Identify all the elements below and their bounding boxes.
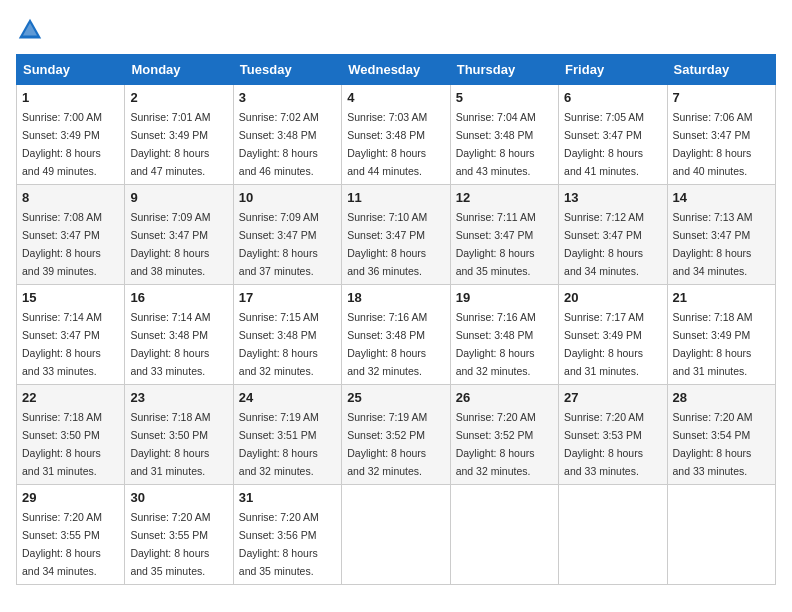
day-info: Sunrise: 7:10 AMSunset: 3:47 PMDaylight:… [347,211,427,277]
day-info: Sunrise: 7:00 AMSunset: 3:49 PMDaylight:… [22,111,102,177]
calendar-cell: 14 Sunrise: 7:13 AMSunset: 3:47 PMDaylig… [667,185,775,285]
day-info: Sunrise: 7:03 AMSunset: 3:48 PMDaylight:… [347,111,427,177]
day-info: Sunrise: 7:20 AMSunset: 3:56 PMDaylight:… [239,511,319,577]
calendar-cell: 15 Sunrise: 7:14 AMSunset: 3:47 PMDaylig… [17,285,125,385]
day-info: Sunrise: 7:06 AMSunset: 3:47 PMDaylight:… [673,111,753,177]
calendar-cell: 12 Sunrise: 7:11 AMSunset: 3:47 PMDaylig… [450,185,558,285]
calendar-cell: 6 Sunrise: 7:05 AMSunset: 3:47 PMDayligh… [559,85,667,185]
day-info: Sunrise: 7:18 AMSunset: 3:49 PMDaylight:… [673,311,753,377]
day-info: Sunrise: 7:13 AMSunset: 3:47 PMDaylight:… [673,211,753,277]
day-info: Sunrise: 7:14 AMSunset: 3:48 PMDaylight:… [130,311,210,377]
day-number: 1 [22,90,119,105]
calendar-cell: 10 Sunrise: 7:09 AMSunset: 3:47 PMDaylig… [233,185,341,285]
day-number: 20 [564,290,661,305]
calendar-cell: 30 Sunrise: 7:20 AMSunset: 3:55 PMDaylig… [125,485,233,585]
calendar-header: SundayMondayTuesdayWednesdayThursdayFrid… [17,55,776,85]
calendar-week-5: 29 Sunrise: 7:20 AMSunset: 3:55 PMDaylig… [17,485,776,585]
day-number: 31 [239,490,336,505]
calendar-body: 1 Sunrise: 7:00 AMSunset: 3:49 PMDayligh… [17,85,776,585]
day-number: 8 [22,190,119,205]
day-info: Sunrise: 7:18 AMSunset: 3:50 PMDaylight:… [22,411,102,477]
day-info: Sunrise: 7:02 AMSunset: 3:48 PMDaylight:… [239,111,319,177]
calendar-table: SundayMondayTuesdayWednesdayThursdayFrid… [16,54,776,585]
day-number: 2 [130,90,227,105]
calendar-week-2: 8 Sunrise: 7:08 AMSunset: 3:47 PMDayligh… [17,185,776,285]
calendar-cell: 1 Sunrise: 7:00 AMSunset: 3:49 PMDayligh… [17,85,125,185]
day-info: Sunrise: 7:19 AMSunset: 3:52 PMDaylight:… [347,411,427,477]
header-cell-tuesday: Tuesday [233,55,341,85]
calendar-cell: 25 Sunrise: 7:19 AMSunset: 3:52 PMDaylig… [342,385,450,485]
day-info: Sunrise: 7:01 AMSunset: 3:49 PMDaylight:… [130,111,210,177]
calendar-cell: 23 Sunrise: 7:18 AMSunset: 3:50 PMDaylig… [125,385,233,485]
day-info: Sunrise: 7:16 AMSunset: 3:48 PMDaylight:… [347,311,427,377]
day-info: Sunrise: 7:09 AMSunset: 3:47 PMDaylight:… [130,211,210,277]
day-info: Sunrise: 7:19 AMSunset: 3:51 PMDaylight:… [239,411,319,477]
day-info: Sunrise: 7:04 AMSunset: 3:48 PMDaylight:… [456,111,536,177]
day-number: 18 [347,290,444,305]
day-number: 29 [22,490,119,505]
calendar-cell: 2 Sunrise: 7:01 AMSunset: 3:49 PMDayligh… [125,85,233,185]
day-number: 30 [130,490,227,505]
day-number: 5 [456,90,553,105]
calendar-cell: 29 Sunrise: 7:20 AMSunset: 3:55 PMDaylig… [17,485,125,585]
day-info: Sunrise: 7:20 AMSunset: 3:55 PMDaylight:… [22,511,102,577]
calendar-week-3: 15 Sunrise: 7:14 AMSunset: 3:47 PMDaylig… [17,285,776,385]
header-cell-saturday: Saturday [667,55,775,85]
day-number: 26 [456,390,553,405]
day-info: Sunrise: 7:09 AMSunset: 3:47 PMDaylight:… [239,211,319,277]
calendar-cell: 17 Sunrise: 7:15 AMSunset: 3:48 PMDaylig… [233,285,341,385]
day-number: 17 [239,290,336,305]
header-cell-friday: Friday [559,55,667,85]
calendar-cell: 7 Sunrise: 7:06 AMSunset: 3:47 PMDayligh… [667,85,775,185]
calendar-cell: 28 Sunrise: 7:20 AMSunset: 3:54 PMDaylig… [667,385,775,485]
day-number: 19 [456,290,553,305]
day-number: 16 [130,290,227,305]
header-row: SundayMondayTuesdayWednesdayThursdayFrid… [17,55,776,85]
day-info: Sunrise: 7:08 AMSunset: 3:47 PMDaylight:… [22,211,102,277]
day-info: Sunrise: 7:18 AMSunset: 3:50 PMDaylight:… [130,411,210,477]
calendar-week-4: 22 Sunrise: 7:18 AMSunset: 3:50 PMDaylig… [17,385,776,485]
calendar-cell: 27 Sunrise: 7:20 AMSunset: 3:53 PMDaylig… [559,385,667,485]
logo [16,16,48,44]
calendar-cell: 26 Sunrise: 7:20 AMSunset: 3:52 PMDaylig… [450,385,558,485]
header-cell-sunday: Sunday [17,55,125,85]
day-number: 25 [347,390,444,405]
day-number: 4 [347,90,444,105]
day-number: 28 [673,390,770,405]
day-number: 12 [456,190,553,205]
day-info: Sunrise: 7:20 AMSunset: 3:54 PMDaylight:… [673,411,753,477]
calendar-cell: 8 Sunrise: 7:08 AMSunset: 3:47 PMDayligh… [17,185,125,285]
calendar-cell: 9 Sunrise: 7:09 AMSunset: 3:47 PMDayligh… [125,185,233,285]
day-info: Sunrise: 7:11 AMSunset: 3:47 PMDaylight:… [456,211,536,277]
day-number: 23 [130,390,227,405]
day-info: Sunrise: 7:20 AMSunset: 3:55 PMDaylight:… [130,511,210,577]
logo-icon [16,16,44,44]
day-number: 9 [130,190,227,205]
calendar-cell [559,485,667,585]
day-number: 27 [564,390,661,405]
day-info: Sunrise: 7:14 AMSunset: 3:47 PMDaylight:… [22,311,102,377]
day-number: 3 [239,90,336,105]
day-info: Sunrise: 7:12 AMSunset: 3:47 PMDaylight:… [564,211,644,277]
day-info: Sunrise: 7:20 AMSunset: 3:53 PMDaylight:… [564,411,644,477]
day-number: 13 [564,190,661,205]
calendar-cell: 31 Sunrise: 7:20 AMSunset: 3:56 PMDaylig… [233,485,341,585]
day-number: 14 [673,190,770,205]
day-number: 22 [22,390,119,405]
day-number: 21 [673,290,770,305]
day-number: 10 [239,190,336,205]
header-cell-monday: Monday [125,55,233,85]
day-number: 6 [564,90,661,105]
page-header [16,16,776,44]
day-number: 7 [673,90,770,105]
calendar-cell: 24 Sunrise: 7:19 AMSunset: 3:51 PMDaylig… [233,385,341,485]
calendar-cell: 21 Sunrise: 7:18 AMSunset: 3:49 PMDaylig… [667,285,775,385]
calendar-week-1: 1 Sunrise: 7:00 AMSunset: 3:49 PMDayligh… [17,85,776,185]
calendar-cell: 20 Sunrise: 7:17 AMSunset: 3:49 PMDaylig… [559,285,667,385]
calendar-cell [342,485,450,585]
calendar-cell: 3 Sunrise: 7:02 AMSunset: 3:48 PMDayligh… [233,85,341,185]
day-number: 11 [347,190,444,205]
calendar-cell: 5 Sunrise: 7:04 AMSunset: 3:48 PMDayligh… [450,85,558,185]
calendar-cell: 4 Sunrise: 7:03 AMSunset: 3:48 PMDayligh… [342,85,450,185]
header-cell-wednesday: Wednesday [342,55,450,85]
